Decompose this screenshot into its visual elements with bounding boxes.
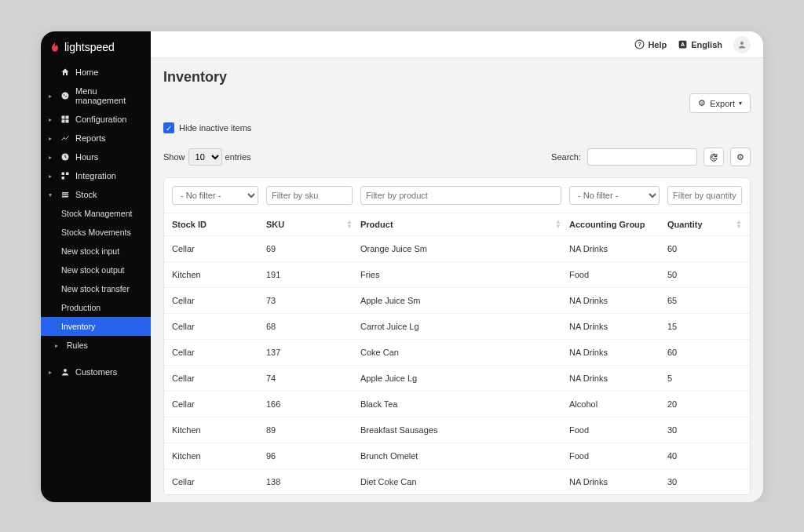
nav-new-stock-transfer[interactable]: New stock transfer	[41, 279, 151, 298]
cookie-icon	[60, 91, 70, 100]
table-row[interactable]: Cellar138Diet Coke CanNA Drinks30	[164, 469, 750, 494]
cell-quantity: 5	[667, 373, 742, 383]
table-row[interactable]: Cellar73Apple Juice SmNA Drinks65	[164, 288, 750, 314]
settings-gear-icon: ⚙	[736, 152, 744, 162]
table-row[interactable]: Cellar166Black TeaAlcohol20	[164, 392, 750, 417]
language-select[interactable]: A English	[678, 39, 722, 49]
avatar-icon	[737, 40, 747, 49]
nav-new-stock-input[interactable]: New stock input	[41, 242, 151, 261]
cell-sku: 166	[266, 399, 353, 409]
nav-integration[interactable]: ▸ Integration	[41, 166, 151, 185]
svg-rect-8	[62, 173, 65, 176]
gear-icon: ⚙	[698, 98, 706, 108]
svg-rect-6	[66, 120, 69, 123]
cell-product: Orange Juice Sm	[360, 244, 561, 253]
cell-quantity: 60	[667, 244, 742, 253]
cell-quantity: 30	[667, 425, 742, 435]
nav-rules[interactable]: ▸ Rules	[41, 336, 151, 355]
cell-product: Coke Can	[360, 348, 561, 357]
user-avatar[interactable]	[733, 36, 751, 53]
cell-group: Alcohol	[569, 399, 660, 409]
search-label: Search:	[551, 152, 581, 162]
filter-product-input[interactable]	[360, 186, 561, 205]
chart-icon	[60, 133, 70, 143]
svg-rect-9	[66, 173, 69, 176]
table-row[interactable]: Kitchen191FriesFood50	[164, 262, 750, 288]
cell-sku: 69	[266, 244, 353, 253]
hide-inactive-checkbox[interactable]: ✓	[163, 122, 174, 133]
flame-icon	[49, 41, 61, 53]
search-input[interactable]	[587, 148, 697, 166]
filter-sku-input[interactable]	[266, 186, 353, 205]
cell-product: Breakfast Sausages	[360, 425, 561, 435]
sort-icon: ▲▼	[736, 220, 742, 229]
page-title: Inventory	[163, 69, 751, 86]
nav-label: Integration	[75, 171, 116, 180]
cell-sku: 191	[266, 270, 353, 279]
nav-customers[interactable]: ▸ Customers	[41, 363, 151, 381]
refresh-button[interactable]	[704, 148, 724, 166]
cell-stock: Cellar	[172, 477, 258, 486]
table-row[interactable]: Kitchen89Breakfast SausagesFood30	[164, 417, 750, 443]
cell-sku: 138	[266, 477, 353, 486]
nav-stocks-movements[interactable]: Stocks Movements	[41, 223, 151, 242]
svg-point-0	[62, 93, 69, 100]
nav-stock-management[interactable]: Stock Management	[41, 204, 151, 223]
nav-home[interactable]: Home	[41, 63, 151, 82]
cell-quantity: 15	[667, 322, 742, 331]
svg-rect-4	[66, 116, 69, 119]
nav-stock[interactable]: ▾ Stock	[41, 185, 151, 204]
filter-group-select[interactable]: - No filter -	[569, 186, 660, 205]
cell-product: Apple Juice Lg	[360, 373, 561, 383]
export-button[interactable]: ⚙ Export ▾	[689, 93, 751, 113]
header-sku[interactable]: SKU ▲▼	[266, 220, 353, 229]
cell-group: Food	[569, 451, 660, 461]
cell-product: Brunch Omelet	[360, 451, 561, 461]
nav-reports[interactable]: ▸ Reports	[41, 129, 151, 148]
sort-icon: ▲▼	[346, 220, 353, 229]
cell-product: Apple Juice Sm	[360, 296, 561, 305]
nav-menu-management[interactable]: ▸ Menu management	[41, 82, 151, 110]
filter-quantity-input[interactable]	[667, 186, 742, 205]
grid-icon	[60, 115, 70, 124]
cell-quantity: 20	[667, 399, 742, 409]
table-row[interactable]: Cellar137Coke CanNA Drinks60	[164, 340, 750, 366]
nav-production[interactable]: Production	[41, 298, 151, 317]
table-row[interactable]: Kitchen96Brunch OmeletFood40	[164, 443, 750, 469]
nav-hours[interactable]: ▸ Hours	[41, 148, 151, 166]
nav-new-stock-output[interactable]: New stock output	[41, 261, 151, 279]
header-accounting-group[interactable]: Accounting Group	[569, 220, 660, 229]
chevron-right-icon: ▸	[49, 135, 55, 142]
filter-stock-select[interactable]: - No filter -	[172, 186, 258, 205]
nav-label: Reports	[75, 133, 106, 143]
table-row[interactable]: Cellar69Orange Juice SmNA Drinks60	[164, 236, 750, 262]
table-row[interactable]: Cellar74Apple Juice LgNA Drinks5	[164, 366, 750, 392]
cell-product: Fries	[360, 270, 561, 279]
header-product[interactable]: Product ▲▼	[360, 220, 561, 229]
header-stock-id[interactable]: Stock ID	[172, 220, 258, 229]
cell-stock: Kitchen	[172, 270, 258, 279]
entries-select[interactable]: 10	[188, 148, 222, 166]
inventory-table: - No filter - - No filter - Stock ID	[163, 177, 751, 495]
language-icon: A	[678, 39, 688, 49]
cell-group: NA Drinks	[569, 244, 660, 253]
help-link[interactable]: ? Help	[634, 39, 667, 49]
nav-label: Customers	[75, 367, 117, 377]
cell-product: Diet Coke Can	[360, 477, 561, 486]
cell-product: Black Tea	[360, 399, 561, 409]
filter-row: - No filter - - No filter -	[164, 178, 750, 213]
chevron-down-icon: ▾	[49, 191, 55, 199]
sidebar: lightspeed Home ▸ Menu management ▸ Conf…	[41, 31, 151, 502]
cell-stock: Cellar	[172, 373, 258, 383]
svg-point-1	[64, 94, 65, 96]
content: ? Help A English Inventory ⚙ Export ▾	[151, 31, 763, 502]
table-row[interactable]: Cellar68Carrot Juice LgNA Drinks15	[164, 314, 750, 340]
nav-configuration[interactable]: ▸ Configuration	[41, 110, 151, 129]
home-icon	[60, 67, 70, 77]
svg-point-19	[740, 42, 744, 45]
cell-sku: 89	[266, 425, 353, 435]
settings-button[interactable]: ⚙	[730, 148, 751, 166]
header-quantity[interactable]: Quantity ▲▼	[667, 220, 742, 229]
cell-stock: Cellar	[172, 399, 258, 409]
nav-inventory[interactable]: Inventory	[41, 317, 151, 336]
